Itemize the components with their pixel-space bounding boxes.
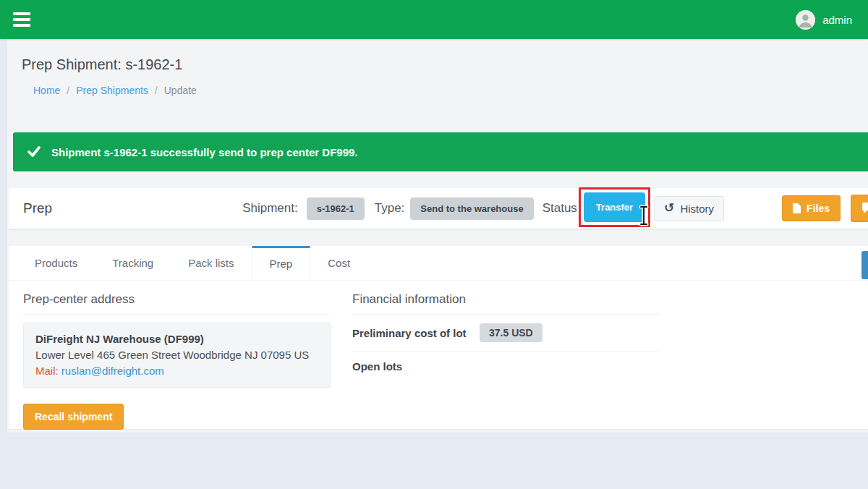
status-label: Status — [542, 201, 577, 216]
user-menu[interactable]: admin — [796, 10, 852, 30]
avatar — [796, 10, 815, 30]
top-navbar: admin — [0, 0, 868, 39]
breadcrumb-prep-shipments-link[interactable]: Prep Shipments — [76, 85, 148, 96]
warehouse-address: Lower Level 465 Green Street Woodbridge … — [35, 347, 318, 363]
tab-tracking[interactable]: Tracking — [95, 246, 171, 280]
annotation-highlight-box: Transfer — [579, 187, 650, 227]
status-transfer-button[interactable]: Transfer — [584, 192, 645, 222]
alert-message: Shipment s-1962-1 successfully send to p… — [51, 146, 358, 158]
tab-bar: Products Tracking Pack lists Prep Cost — [9, 246, 868, 281]
financial-row: Open lots — [352, 352, 660, 381]
shipment-tab-card: Products Tracking Pack lists Prep Cost P… — [9, 246, 868, 429]
prep-tab-content: Prep-center address DiFreight NJ Warehou… — [9, 281, 868, 430]
username: admin — [822, 14, 852, 26]
tab-pack-lists[interactable]: Pack lists — [171, 246, 251, 280]
content-wrapper: Prep Shipment: s-1962-1 Home / Prep Ship… — [7, 39, 868, 433]
breadcrumb-separator: / — [67, 85, 69, 96]
warehouse-mail-line: Mail: ruslan@difreight.com — [35, 363, 318, 379]
breadcrumb-home-link[interactable]: Home — [33, 85, 60, 96]
shipment-number-badge: s-1962-1 — [307, 197, 365, 220]
page-header: Prep Shipment: s-1962-1 — [7, 39, 868, 73]
prep-center-section: Prep-center address DiFreight NJ Warehou… — [23, 292, 331, 430]
prep-status-bar: Prep Shipment: s-1962-1 Type: Send to th… — [9, 188, 868, 229]
speech-bubble-icon — [861, 203, 868, 214]
success-alert: Shipment s-1962-1 successfully send to p… — [13, 132, 868, 171]
page-title: Prep Shipment: s-1962-1 — [22, 56, 868, 73]
file-icon — [793, 203, 801, 213]
financial-heading: Financial information — [352, 292, 660, 315]
financial-section: Financial information Preliminary cost o… — [352, 292, 660, 430]
prep-center-address-box: DiFreight NJ Warehouse (DF999) Lower Lev… — [23, 323, 331, 388]
preliminary-cost-label: Preliminary cost of lot — [352, 327, 480, 339]
checkmark-icon — [27, 146, 41, 158]
files-button-label: Files — [807, 203, 830, 214]
breadcrumb-separator: / — [155, 85, 158, 96]
preliminary-cost-value: 37.5 USD — [480, 323, 542, 342]
type-label: Type: — [375, 201, 405, 216]
clipped-blue-button[interactable] — [861, 251, 868, 279]
tab-cost[interactable]: Cost — [310, 246, 367, 280]
mail-link[interactable]: ruslan@difreight.com — [61, 365, 164, 377]
files-button[interactable]: Files — [782, 195, 841, 221]
financial-row: Preliminary cost of lot 37.5 USD — [352, 315, 660, 352]
history-icon: ↺ — [664, 203, 674, 213]
shipment-type-badge: Send to the warehouse — [410, 197, 533, 220]
history-button[interactable]: ↺ History — [654, 196, 724, 221]
panel-title: Prep — [23, 200, 52, 216]
tab-prep[interactable]: Prep — [252, 246, 311, 280]
breadcrumb-current: Update — [164, 85, 197, 96]
open-lots-label: Open lots — [352, 360, 480, 373]
chat-button[interactable] — [851, 195, 868, 222]
person-icon — [796, 10, 815, 30]
mail-label: Mail: — [35, 365, 59, 377]
prep-center-heading: Prep-center address — [23, 292, 331, 315]
shipment-label: Shipment: — [242, 201, 298, 216]
recall-shipment-button[interactable]: Recall shipment — [23, 404, 124, 430]
menu-icon[interactable] — [13, 12, 30, 27]
breadcrumb: Home / Prep Shipments / Update — [33, 85, 868, 96]
history-button-label: History — [680, 203, 714, 215]
warehouse-name: DiFreight NJ Warehouse (DF999) — [35, 331, 318, 347]
tab-products[interactable]: Products — [17, 246, 95, 280]
